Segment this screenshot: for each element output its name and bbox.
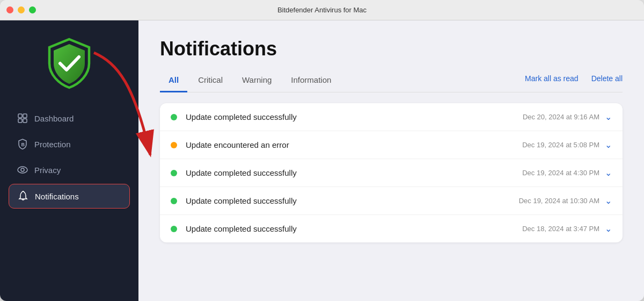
protection-icon: B	[17, 139, 28, 149]
sidebar-item-privacy[interactable]: Privacy	[9, 158, 130, 182]
notification-text: Update completed successfully	[186, 224, 522, 233]
delete-all-button[interactable]: Delete all	[591, 74, 623, 83]
notification-text: Update completed successfully	[186, 112, 523, 121]
title-bar: Bitdefender Antivirus for Mac	[0, 0, 644, 20]
window-title: Bitdefender Antivirus for Mac	[277, 6, 367, 14]
notification-time: Dec 18, 2024 at 3:47 PM	[522, 225, 599, 233]
protection-label: Protection	[34, 140, 71, 149]
page-header: Notifications All Critical Warning Infor…	[138, 20, 644, 92]
tab-information[interactable]: Information	[282, 71, 340, 92]
tabs-left: All Critical Warning Information	[160, 71, 340, 92]
notifications-label: Notifications	[35, 192, 79, 201]
tab-all[interactable]: All	[160, 71, 187, 92]
nav-menu: Dashboard B Protection	[0, 106, 138, 209]
mark-all-read-button[interactable]: Mark all as read	[525, 74, 579, 83]
notification-dot	[171, 226, 177, 232]
svg-text:B: B	[21, 142, 25, 147]
chevron-down-icon[interactable]: ⌄	[605, 168, 612, 178]
svg-point-5	[18, 167, 27, 173]
notification-row[interactable]: Update completed successfullyDec 18, 202…	[160, 215, 623, 242]
sidebar-item-dashboard[interactable]: Dashboard	[9, 106, 130, 130]
notification-row[interactable]: Update completed successfullyDec 19, 202…	[160, 159, 623, 187]
minimize-button[interactable]	[18, 6, 25, 13]
notification-dot	[171, 198, 177, 204]
chevron-down-icon[interactable]: ⌄	[605, 112, 612, 122]
svg-rect-1	[23, 114, 27, 118]
chevron-down-icon[interactable]: ⌄	[605, 196, 612, 206]
dashboard-icon	[17, 113, 28, 124]
app-body: Dashboard B Protection	[0, 20, 644, 301]
notification-text: Update completed successfully	[186, 168, 522, 177]
notification-row[interactable]: Update completed successfullyDec 20, 202…	[160, 103, 623, 131]
notification-text: Update encountered an error	[186, 140, 522, 149]
main-content: Notifications All Critical Warning Infor…	[138, 20, 644, 301]
tab-warning[interactable]: Warning	[233, 71, 280, 92]
notification-dot	[171, 114, 177, 120]
notification-row[interactable]: Update completed successfullyDec 19, 202…	[160, 187, 623, 215]
notifications-card: Update completed successfullyDec 20, 202…	[160, 103, 623, 242]
sidebar: Dashboard B Protection	[0, 20, 138, 301]
tabs-actions: Mark all as read Delete all	[525, 74, 623, 89]
notification-time: Dec 19, 2024 at 4:30 PM	[522, 169, 599, 177]
svg-point-6	[21, 168, 24, 171]
privacy-label: Privacy	[34, 166, 61, 175]
traffic-lights	[6, 6, 36, 13]
bell-icon	[18, 191, 28, 202]
logo-area	[0, 26, 138, 106]
tab-critical[interactable]: Critical	[189, 71, 231, 92]
svg-rect-3	[23, 119, 27, 123]
notification-row[interactable]: Update encountered an errorDec 19, 2024 …	[160, 131, 623, 159]
privacy-icon	[17, 164, 28, 175]
tabs-row: All Critical Warning Information Mark al…	[160, 71, 623, 92]
svg-rect-0	[18, 114, 22, 118]
svg-rect-2	[18, 119, 22, 123]
notification-dot	[171, 142, 177, 148]
shield-logo	[45, 37, 93, 90]
chevron-down-icon[interactable]: ⌄	[605, 140, 612, 150]
chevron-down-icon[interactable]: ⌄	[605, 224, 612, 234]
notification-time: Dec 20, 2024 at 9:16 AM	[523, 113, 599, 121]
notification-time: Dec 19, 2024 at 10:30 AM	[519, 197, 599, 205]
notifications-container: Update completed successfullyDec 20, 202…	[138, 92, 644, 301]
maximize-button[interactable]	[29, 6, 36, 13]
sidebar-item-notifications[interactable]: Notifications	[9, 184, 130, 209]
close-button[interactable]	[6, 6, 13, 13]
notification-text: Update completed successfully	[186, 196, 519, 205]
svg-point-7	[23, 191, 24, 192]
page-title: Notifications	[160, 38, 623, 60]
dashboard-label: Dashboard	[34, 114, 74, 123]
notification-time: Dec 19, 2024 at 5:08 PM	[522, 141, 599, 149]
notification-dot	[171, 170, 177, 176]
sidebar-item-protection[interactable]: B Protection	[9, 132, 130, 156]
